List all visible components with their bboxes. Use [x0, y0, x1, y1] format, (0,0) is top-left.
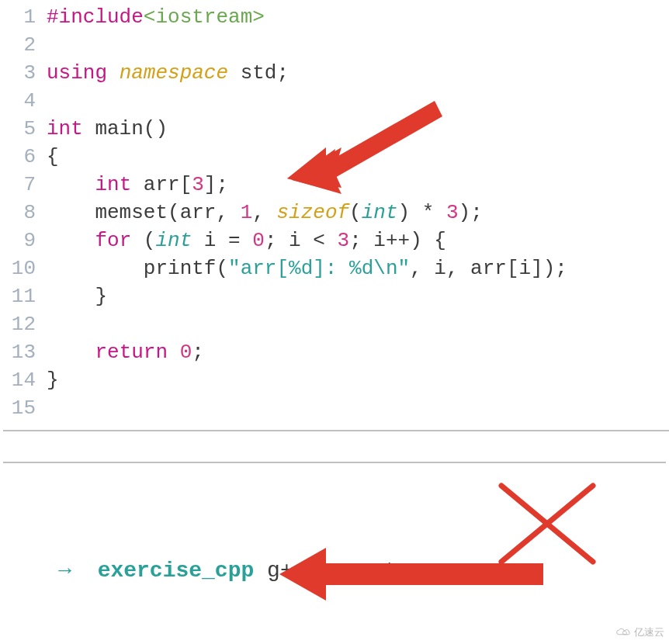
line-number: 14: [0, 366, 47, 394]
line-number: 8: [0, 199, 47, 227]
syntax-token: arr[: [131, 173, 192, 196]
syntax-token: {: [47, 145, 59, 168]
syntax-token: ;: [192, 341, 204, 364]
syntax-token: "arr[%d]: %d\n": [228, 257, 410, 280]
line-number: 7: [0, 171, 47, 199]
syntax-token: 1: [241, 201, 253, 224]
syntax-token: int: [47, 117, 83, 140]
code-content[interactable]: }: [47, 366, 669, 394]
line-number: 4: [0, 87, 47, 115]
code-line[interactable]: 2: [0, 31, 669, 59]
syntax-token: ];: [204, 173, 228, 196]
line-number: 9: [0, 227, 47, 254]
code-line[interactable]: 11 }: [0, 282, 669, 310]
code-content[interactable]: {: [47, 143, 669, 171]
prompt-arrow-icon: →: [58, 559, 71, 583]
line-number: 6: [0, 143, 47, 171]
syntax-token: 3: [192, 173, 204, 196]
prompt-dir: exercise_cpp: [98, 559, 255, 583]
syntax-token: [107, 61, 120, 85]
syntax-token: [47, 173, 95, 196]
line-number: 1: [0, 3, 47, 31]
syntax-token: [47, 229, 95, 252]
code-line[interactable]: 14}: [0, 366, 669, 394]
syntax-token: (: [349, 201, 362, 224]
syntax-token: [168, 341, 180, 364]
line-number: 15: [0, 394, 47, 422]
code-line[interactable]: 4: [0, 87, 669, 115]
code-content[interactable]: int arr[3];: [47, 171, 669, 199]
code-content[interactable]: return 0;: [47, 338, 669, 366]
code-line[interactable]: 12: [0, 310, 669, 338]
syntax-token: 0: [180, 341, 192, 364]
code-line[interactable]: 5int main(): [0, 115, 669, 143]
terminal-pane[interactable]: → exercise_cpp g++ memset.cpp → exercise…: [6, 473, 666, 644]
syntax-token: std;: [228, 61, 289, 85]
syntax-token: }: [47, 369, 59, 392]
syntax-token: #include: [47, 5, 144, 29]
terminal-command: g++ memset.cpp: [267, 559, 449, 583]
syntax-token: );: [459, 201, 483, 224]
code-line[interactable]: 3using namespace std;: [0, 59, 669, 87]
code-line[interactable]: 13 return 0;: [0, 338, 669, 366]
code-content[interactable]: int main(): [47, 115, 669, 143]
code-line[interactable]: 6{: [0, 143, 669, 171]
syntax-token: return: [95, 341, 168, 364]
syntax-token: 0: [252, 229, 265, 252]
code-editor[interactable]: 1#include<iostream>23using namespace std…: [0, 0, 669, 428]
syntax-token: <iostream>: [144, 5, 265, 29]
code-content[interactable]: }: [47, 282, 669, 310]
syntax-token: main(): [83, 117, 168, 140]
line-number: 12: [0, 310, 47, 338]
syntax-token: , i, arr[i]);: [410, 257, 567, 280]
code-line[interactable]: 15: [0, 394, 669, 422]
line-number: 5: [0, 115, 47, 143]
syntax-token: ; i <: [265, 229, 338, 252]
syntax-token: for: [95, 229, 131, 252]
line-number: 11: [0, 282, 47, 310]
syntax-token: ; i++) {: [349, 229, 446, 252]
code-content[interactable]: using namespace std;: [47, 59, 669, 87]
line-number: 3: [0, 59, 47, 87]
pane-divider-2: [3, 462, 666, 463]
syntax-token: int: [155, 229, 192, 252]
syntax-token: (: [131, 229, 155, 252]
syntax-token: memset(arr,: [47, 201, 241, 224]
syntax-token: using: [47, 61, 107, 85]
code-line[interactable]: 1#include<iostream>: [0, 3, 669, 31]
pane-divider: [3, 430, 669, 431]
syntax-token: 3: [338, 229, 350, 252]
syntax-token: }: [47, 285, 107, 308]
code-line[interactable]: 10 printf("arr[%d]: %d\n", i, arr[i]);: [0, 254, 669, 282]
syntax-token: [47, 341, 95, 364]
syntax-token: sizeof: [276, 201, 349, 224]
syntax-token: i =: [192, 229, 252, 252]
syntax-token: int: [362, 201, 398, 224]
code-line[interactable]: 8 memset(arr, 1, sizeof(int) * 3);: [0, 199, 669, 227]
line-number: 2: [0, 31, 47, 59]
syntax-token: ) *: [398, 201, 446, 224]
terminal-line: → exercise_cpp g++ memset.cpp: [6, 529, 666, 613]
code-content[interactable]: memset(arr, 1, sizeof(int) * 3);: [47, 199, 669, 227]
syntax-token: int: [95, 173, 131, 196]
code-content[interactable]: printf("arr[%d]: %d\n", i, arr[i]);: [47, 254, 669, 282]
syntax-token: namespace: [120, 61, 228, 85]
code-line[interactable]: 7 int arr[3];: [0, 171, 669, 199]
code-content[interactable]: for (int i = 0; i < 3; i++) {: [47, 227, 669, 254]
line-number: 10: [0, 254, 47, 282]
syntax-token: ,: [252, 201, 276, 224]
syntax-token: 3: [446, 201, 459, 224]
line-number: 13: [0, 338, 47, 366]
code-content[interactable]: #include<iostream>: [47, 3, 669, 31]
syntax-token: printf(: [47, 257, 228, 280]
code-line[interactable]: 9 for (int i = 0; i < 3; i++) {: [0, 227, 669, 254]
